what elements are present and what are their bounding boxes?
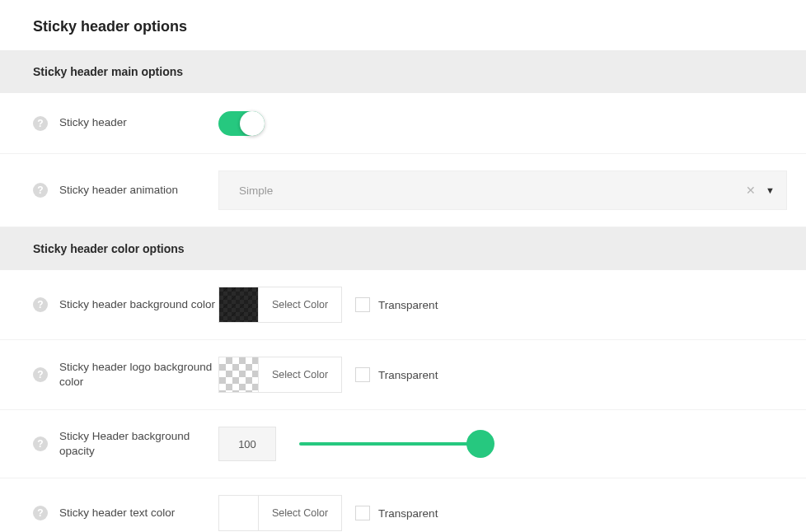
row-logo-bg-color: ? Sticky header logo background color Se… [0, 340, 806, 410]
label-text-color: Sticky header text color [59, 506, 175, 520]
row-text-color: ? Sticky header text color Select Color … [0, 478, 806, 532]
chevron-down-icon: ▼ [766, 185, 775, 195]
color-swatch-text[interactable] [219, 496, 259, 530]
label-logo-bg-color: Sticky header logo background color [59, 360, 218, 390]
label-transparent-text: Transparent [378, 507, 438, 520]
help-icon[interactable]: ? [33, 183, 48, 198]
toggle-sticky-header[interactable] [218, 111, 265, 136]
slider-thumb[interactable] [466, 430, 494, 458]
select-color-button-text[interactable]: Select Color [259, 496, 341, 530]
section-header-main: Sticky header main options [0, 50, 806, 93]
color-swatch-logo-bg[interactable] [219, 357, 259, 392]
toggle-knob [240, 111, 265, 136]
clear-icon[interactable]: ✕ [746, 184, 756, 197]
value-box-bg-opacity[interactable]: 100 [218, 427, 276, 461]
row-sticky-header: ? Sticky header [0, 93, 806, 154]
help-icon[interactable]: ? [33, 367, 48, 382]
section-header-color: Sticky header color options [0, 227, 806, 270]
row-bg-color: ? Sticky header background color Select … [0, 270, 806, 340]
select-color-button-bg[interactable]: Select Color [259, 287, 341, 322]
select-animation[interactable]: Simple ✕ ▼ [218, 170, 787, 210]
help-icon[interactable]: ? [33, 436, 48, 451]
label-bg-color: Sticky header background color [59, 297, 215, 312]
label-sticky-header: Sticky header [59, 115, 127, 130]
label-animation: Sticky header animation [59, 183, 178, 198]
checkbox-transparent-bg[interactable] [355, 297, 370, 312]
row-bg-opacity: ? Sticky Header background opacity 100 [0, 410, 806, 478]
color-picker-text: Select Color [218, 495, 342, 531]
label-bg-opacity: Sticky Header background opacity [59, 429, 218, 459]
label-transparent-logo-bg: Transparent [378, 369, 438, 381]
row-animation: ? Sticky header animation Simple ✕ ▼ [0, 154, 806, 227]
help-icon[interactable]: ? [33, 116, 48, 131]
checkbox-transparent-text[interactable] [355, 506, 370, 520]
page-title: Sticky header options [0, 0, 806, 50]
slider-bg-opacity[interactable] [299, 430, 480, 458]
slider-track [299, 442, 480, 446]
help-icon[interactable]: ? [33, 297, 48, 312]
select-color-button-logo-bg[interactable]: Select Color [259, 357, 341, 392]
color-picker-bg: Select Color [218, 287, 342, 323]
checkbox-transparent-logo-bg[interactable] [355, 367, 370, 382]
select-animation-value: Simple [239, 184, 746, 197]
color-swatch-bg[interactable] [219, 287, 259, 322]
color-picker-logo-bg: Select Color [218, 357, 342, 393]
label-transparent-bg: Transparent [378, 299, 438, 311]
help-icon[interactable]: ? [33, 506, 48, 520]
